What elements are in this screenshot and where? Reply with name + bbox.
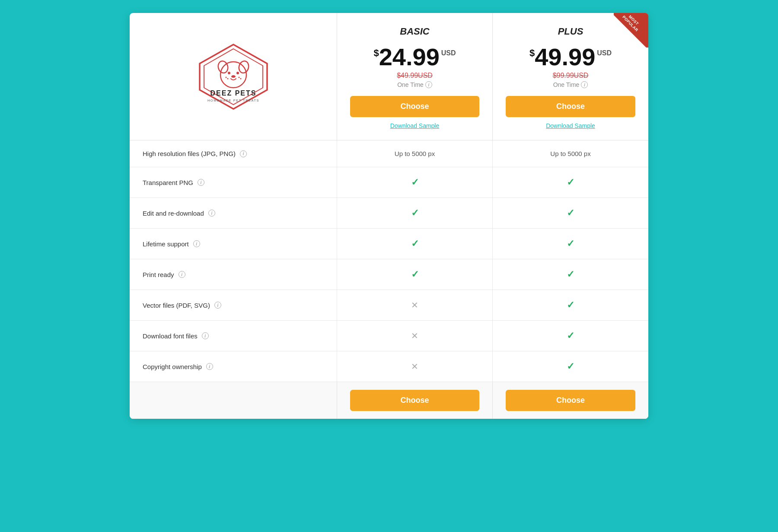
feature-info-icon-support[interactable]: i [193,240,200,247]
plus-price-currency: USD [597,49,612,57]
basic-price-row: $ 24.99 USD [373,45,456,69]
brand-logo: DEEZ PETS HOMEMADE PET TREATS [190,41,277,112]
check-icon: ✓ [411,269,419,280]
check-icon: ✓ [567,361,574,372]
feature-basic-transparent: ✓ [337,167,493,198]
basic-plan-header: BASIC $ 24.99 USD $49.99USD One Time i C… [337,13,493,140]
cross-icon: ✕ [411,300,418,310]
plus-plan-header: MOSTPOPULAR PLUS $ 49.99 USD $99.99USD O… [493,13,648,140]
feature-plus-font: ✓ [493,321,648,351]
footer-basic-btn-cell: Choose [337,382,493,419]
svg-text:DEEZ PETS: DEEZ PETS [210,89,256,97]
plus-price-row: $ 49.99 USD [529,45,612,69]
check-icon: ✓ [411,207,419,219]
check-icon: ✓ [567,330,574,341]
basic-download-link[interactable]: Download Sample [390,122,440,129]
feature-label-print: Print ready i [130,259,337,290]
plus-price-type: One Time i [553,81,588,88]
feature-basic-edit: ✓ [337,198,493,228]
check-icon: ✓ [411,177,419,188]
basic-info-icon[interactable]: i [425,81,432,88]
check-icon: ✓ [567,207,574,219]
svg-point-9 [227,78,228,79]
feature-info-icon-copyright[interactable]: i [206,363,213,370]
feature-label-transparent: Transparent PNG i [130,167,337,198]
feature-row-font: Download font files i ✕ ✓ [130,321,648,351]
feature-label-support: Lifetime support i [130,229,337,259]
feature-basic-copyright: ✕ [337,351,493,382]
most-popular-badge: MOSTPOPULAR [614,13,648,48]
feature-basic-support: ✓ [337,229,493,259]
feature-label-edit: Edit and re-download i [130,198,337,228]
feature-plus-print: ✓ [493,259,648,290]
basic-price-type: One Time i [397,81,432,88]
feature-row-support: Lifetime support i ✓ ✓ [130,229,648,259]
feature-basic-vector: ✕ [337,290,493,320]
feature-row-print: Print ready i ✓ ✓ [130,259,648,290]
footer-plus-btn-cell: Choose [493,382,648,419]
feature-plus-edit: ✓ [493,198,648,228]
feature-info-icon-transparent[interactable]: i [198,179,204,186]
feature-plus-resolution: Up to 5000 px [493,140,648,167]
svg-text:HOMEMADE PET TREATS: HOMEMADE PET TREATS [207,99,259,102]
feature-label-font: Download font files i [130,321,337,351]
pricing-table: DEEZ PETS HOMEMADE PET TREATS BASIC $ 24… [130,13,648,419]
basic-price-amount: 24.99 [379,45,440,69]
feature-plus-vector: ✓ [493,290,648,320]
plus-choose-button-bottom[interactable]: Choose [506,390,635,411]
basic-choose-button[interactable]: Choose [350,96,479,117]
plus-info-icon[interactable]: i [581,81,588,88]
basic-price-currency: USD [441,49,456,57]
feature-row-copyright: Copyright ownership i ✕ ✓ [130,351,648,382]
feature-label-vector: Vector files (PDF, SVG) i [130,290,337,320]
check-icon: ✓ [411,238,419,249]
feature-info-icon-resolution[interactable]: i [240,150,247,157]
logo-cell: DEEZ PETS HOMEMADE PET TREATS [130,13,337,140]
feature-plus-support: ✓ [493,229,648,259]
plus-download-link[interactable]: Download Sample [546,122,595,129]
basic-dollar-sign: $ [373,48,379,59]
feature-info-icon-print[interactable]: i [179,271,185,278]
feature-basic-font: ✕ [337,321,493,351]
feature-basic-print: ✓ [337,259,493,290]
svg-point-11 [240,78,241,79]
feature-plus-copyright: ✓ [493,351,648,382]
check-icon: ✓ [567,269,574,280]
svg-point-10 [238,76,239,78]
svg-point-8 [225,76,226,78]
basic-plan-name: BASIC [400,26,429,37]
svg-point-5 [228,72,230,74]
plus-price-original: $99.99USD [553,72,589,80]
plus-plan-name: PLUS [558,26,584,37]
logo-container: DEEZ PETS HOMEMADE PET TREATS [190,42,277,111]
footer-empty [130,382,337,419]
basic-price-original: $49.99USD [397,72,433,80]
plus-dollar-sign: $ [529,48,535,59]
check-icon: ✓ [567,238,574,249]
check-icon: ✓ [567,177,574,188]
cross-icon: ✕ [411,361,418,372]
plus-choose-button[interactable]: Choose [506,96,635,117]
footer-row: Choose Choose [130,382,648,419]
plus-price-amount: 49.99 [535,45,595,69]
header-row: DEEZ PETS HOMEMADE PET TREATS BASIC $ 24… [130,13,648,140]
svg-point-2 [220,62,246,88]
svg-point-7 [231,75,236,78]
check-icon: ✓ [567,299,574,311]
basic-choose-button-bottom[interactable]: Choose [350,390,479,411]
svg-point-6 [236,72,239,74]
feature-row-vector: Vector files (PDF, SVG) i ✕ ✓ [130,290,648,321]
feature-info-icon-vector[interactable]: i [214,302,221,309]
feature-label-copyright: Copyright ownership i [130,351,337,382]
feature-row-edit: Edit and re-download i ✓ ✓ [130,198,648,229]
feature-row-transparent: Transparent PNG i ✓ ✓ [130,167,648,198]
cross-icon: ✕ [411,331,418,341]
feature-info-icon-edit[interactable]: i [208,210,215,217]
feature-basic-resolution: Up to 5000 px [337,140,493,167]
feature-row-resolution: High resolution files (JPG, PNG) i Up to… [130,140,648,167]
feature-plus-transparent: ✓ [493,167,648,198]
feature-info-icon-font[interactable]: i [202,332,209,339]
feature-label-resolution: High resolution files (JPG, PNG) i [130,140,337,167]
